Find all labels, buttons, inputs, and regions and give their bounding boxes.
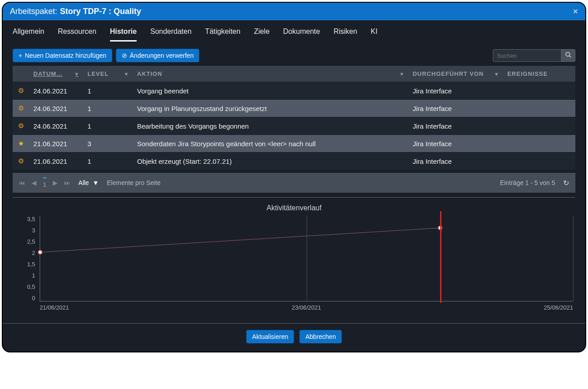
cell-aktion: Vorgang in Planungszustand zurückgesetzt	[133, 100, 408, 117]
workpackage-dialog: Arbeitspaket: Story TDP-7 : Quality × Al…	[2, 2, 586, 352]
filter-icon[interactable]: ▾	[125, 71, 128, 77]
title-text: Story TDP-7 : Quality	[60, 7, 141, 16]
y-tick: 2,5	[27, 238, 35, 245]
cell-datum: 21.06.2021	[29, 135, 83, 153]
plot-area	[40, 216, 573, 301]
cell-aktion: Vorgang beendet	[133, 82, 408, 100]
y-axis: 3,532,521,510,50	[13, 216, 35, 301]
y-tick: 1	[32, 272, 35, 279]
toolbar: + Neuen Datensatz hinzufügen ⊘ Änderunge…	[3, 42, 585, 66]
close-icon[interactable]: ×	[573, 6, 578, 17]
grid-line	[573, 216, 574, 301]
first-page-icon[interactable]: ⏮	[19, 179, 25, 186]
tab-ki[interactable]: KI	[371, 28, 377, 42]
cell-datum: 24.06.2021	[29, 117, 83, 135]
cell-by: Jira Interface	[408, 117, 503, 135]
table-row[interactable]: ⚙24.06.20211Vorgang in Planungszustand z…	[13, 100, 575, 117]
svg-point-0	[566, 52, 570, 56]
cell-events	[503, 153, 575, 170]
gear-icon[interactable]: ⚙	[18, 104, 24, 112]
last-page-icon[interactable]: ⏭	[64, 179, 70, 186]
filter-icon[interactable]: ▾	[495, 71, 498, 77]
cell-events	[503, 82, 575, 100]
search-input[interactable]	[493, 50, 561, 61]
history-table: DATUM…▾ LEVEL▾ AKTION▾ DURCHGEFÜHRT VON▾…	[13, 66, 575, 170]
dialog-title: Arbeitspaket: Story TDP-7 : Quality	[10, 7, 141, 16]
filter-icon[interactable]: ▾	[400, 71, 404, 77]
add-record-button[interactable]: + Neuen Datensatz hinzufügen	[13, 49, 112, 62]
tab-sonderdaten[interactable]: Sonderdaten	[150, 28, 192, 42]
tab-ziele[interactable]: Ziele	[254, 28, 270, 42]
cell-level: 1	[83, 153, 133, 170]
x-tick: 25/06/2021	[544, 304, 573, 311]
page-size-value: Alle	[78, 179, 89, 186]
pager: ⏮ ◀ 1 ▶ ⏭ Alle ▼ Elemente pro Seite Eint…	[13, 173, 575, 193]
tab-ressourcen[interactable]: Ressourcen	[58, 28, 96, 42]
table-row[interactable]: ⚙24.06.20211Bearbeitung des Vorgangs beg…	[13, 117, 575, 135]
cell-events	[503, 135, 575, 153]
col-datum[interactable]: DATUM…▾	[29, 66, 83, 82]
col-level[interactable]: LEVEL▾	[83, 66, 133, 82]
tab-dokumente[interactable]: Dokumente	[283, 28, 320, 42]
table-row[interactable]: ⚙21.06.20211Objekt erzeugt (Start: 22.07…	[13, 153, 575, 170]
data-point	[38, 250, 42, 255]
discard-changes-label: Änderungen verwerfen	[130, 52, 194, 59]
page-size-select[interactable]: Alle ▼	[78, 179, 99, 186]
chart-canvas: 3,532,521,510,50 21/06/202123/06/202125/…	[13, 216, 575, 315]
col-by[interactable]: DURCHGEFÜHRT VON▾	[408, 66, 503, 82]
cell-datum: 24.06.2021	[29, 100, 83, 117]
per-page-label: Elemente pro Seite	[107, 179, 161, 186]
cancel-button[interactable]: Abbrechen	[299, 330, 342, 343]
plus-icon: +	[18, 52, 22, 59]
refresh-icon[interactable]: ↻	[563, 179, 569, 187]
add-record-label: Neuen Datensatz hinzufügen	[25, 52, 106, 59]
col-events[interactable]: EREIGNISSE	[503, 66, 575, 82]
title-prefix: Arbeitspaket:	[10, 7, 57, 16]
gear-icon[interactable]: ⚙	[18, 157, 24, 165]
gear-icon[interactable]: ⚙	[18, 87, 24, 94]
tab-tätigkeiten[interactable]: Tätigkeiten	[205, 28, 240, 42]
pager-summary: Einträge 1 - 5 von 5	[500, 179, 555, 186]
chart-title: Aktivitätenverlauf	[13, 204, 575, 212]
grid-line	[307, 216, 307, 301]
cell-events	[503, 117, 575, 135]
history-table-wrap: DATUM…▾ LEVEL▾ AKTION▾ DURCHGEFÜHRT VON▾…	[3, 66, 585, 193]
next-page-icon[interactable]: ▶	[53, 179, 58, 186]
prev-page-icon[interactable]: ◀	[32, 179, 37, 186]
tab-bar: AllgemeinRessourcenHistorieSonderdatenTä…	[3, 20, 585, 42]
cell-level: 3	[83, 135, 133, 153]
cell-level: 1	[83, 100, 133, 117]
y-tick: 1,5	[27, 261, 35, 268]
tab-historie[interactable]: Historie	[110, 28, 137, 42]
cell-events	[503, 100, 575, 117]
tab-allgemein[interactable]: Allgemein	[13, 28, 44, 42]
search-icon[interactable]	[561, 50, 575, 61]
x-axis: 21/06/202123/06/202125/06/2021	[40, 304, 573, 315]
current-page[interactable]: 1	[43, 177, 46, 188]
filter-icon[interactable]: ▾	[75, 71, 78, 77]
cell-level: 1	[83, 117, 133, 135]
y-tick: 0	[32, 295, 35, 301]
cell-datum: 24.06.2021	[29, 82, 83, 100]
gear-icon[interactable]: ⚙	[18, 122, 24, 130]
tab-risiken[interactable]: Risiken	[334, 28, 357, 42]
discard-changes-button[interactable]: ⊘ Änderungen verwerfen	[116, 49, 200, 62]
cell-by: Jira Interface	[408, 82, 503, 100]
cell-level: 1	[83, 82, 133, 100]
divider	[13, 197, 575, 198]
dialog-footer: Aktualisieren Abbrechen	[3, 323, 585, 352]
table-row[interactable]: ★21.06.20213Sonderdaten Jira Storypoints…	[13, 135, 575, 153]
col-aktion[interactable]: AKTION▾	[133, 66, 408, 82]
cell-aktion: Bearbeitung des Vorgangs begonnen	[133, 117, 408, 135]
cell-by: Jira Interface	[408, 100, 503, 117]
chevron-down-icon: ▼	[92, 179, 99, 186]
pager-nav: ⏮ ◀ 1 ▶ ⏭	[19, 177, 70, 188]
svg-line-1	[570, 56, 571, 58]
y-tick: 3	[32, 227, 35, 234]
activity-chart: Aktivitätenverlauf 3,532,521,510,50 21/0…	[3, 204, 585, 318]
cell-by: Jira Interface	[408, 153, 503, 170]
update-button[interactable]: Aktualisieren	[246, 330, 294, 343]
cell-datum: 21.06.2021	[29, 153, 83, 170]
star-icon[interactable]: ★	[18, 139, 24, 147]
table-row[interactable]: ⚙24.06.20211Vorgang beendetJira Interfac…	[13, 82, 575, 100]
